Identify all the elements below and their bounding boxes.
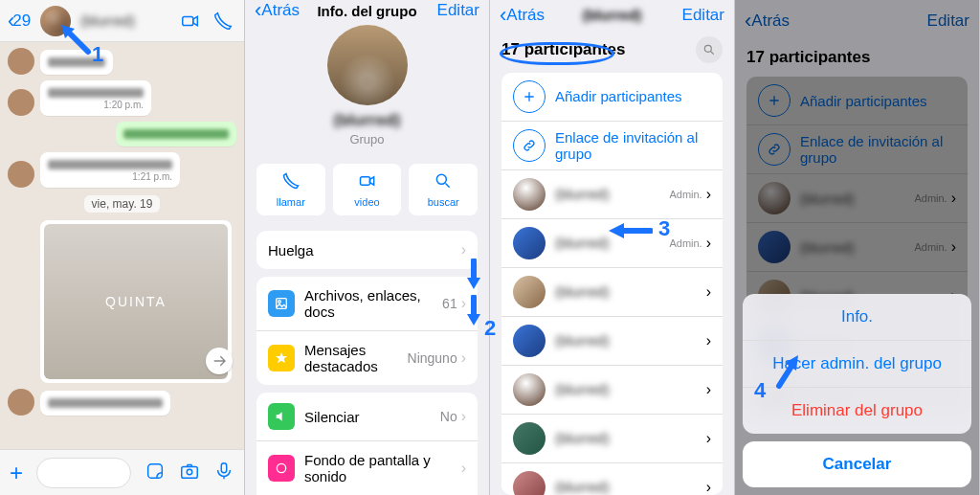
participants-count: 17 participantes (501, 40, 625, 59)
row-starred[interactable]: Mensajes destacados Ninguno › (256, 331, 478, 385)
message-bubble[interactable]: 1:20 p.m. (40, 80, 151, 116)
chevron-left-icon: ‹ (255, 0, 261, 21)
chevron-right-icon: › (706, 283, 711, 301)
message-bubble[interactable] (40, 50, 113, 75)
edit-button[interactable]: Editar (437, 1, 479, 20)
page-title: (blurred) (583, 7, 642, 23)
sender-avatar[interactable] (8, 48, 34, 75)
chevron-left-icon: ‹ (500, 5, 506, 26)
row-wallpaper[interactable]: Fondo de pantalla y sonido › (256, 441, 478, 495)
media-message[interactable]: QUINTA (40, 220, 232, 383)
participant-row[interactable]: (blurred)Admin.› (501, 219, 723, 268)
date-separator: vie, may. 19 (84, 195, 161, 213)
chat-topbar: ‹ 29 (blurred) (0, 0, 244, 42)
participant-row[interactable]: (blurred)› (501, 268, 723, 317)
speaker-icon (268, 403, 295, 430)
message-input[interactable] (36, 458, 131, 488)
video-call-button[interactable] (177, 8, 204, 34)
add-participants-row[interactable]: Añadir participantes (501, 73, 723, 122)
chevron-right-icon: › (461, 349, 466, 367)
group-name: (blurred) (245, 111, 489, 130)
plus-icon (513, 80, 546, 113)
participant-avatar (513, 276, 546, 308)
back-button[interactable]: ‹ Atrás (500, 5, 545, 26)
row-media[interactable]: Archivos, enlaces, docs 61 › (256, 277, 478, 331)
photos-icon (268, 290, 295, 317)
sheet-remove[interactable]: Eliminar del grupo (743, 388, 971, 434)
call-action[interactable]: llamar (256, 164, 325, 215)
participant-name: (blurred) (555, 430, 706, 446)
group-photo[interactable] (327, 25, 408, 105)
message-timestamp: 1:21 p.m. (48, 171, 172, 182)
voice-call-button[interactable] (210, 8, 236, 34)
participant-row[interactable]: (blurred)Admin.› (501, 170, 723, 219)
wallpaper-icon (268, 455, 295, 482)
panel-chat: ‹ 29 (blurred) 1: (0, 0, 245, 495)
group-subtitle: Grupo (245, 132, 489, 146)
chevron-right-icon: › (706, 430, 711, 447)
svg-rect-9 (277, 299, 287, 309)
star-icon (268, 345, 295, 371)
chevron-right-icon: › (706, 381, 711, 398)
message-bubble-out[interactable] (116, 122, 236, 146)
chat-body: 1:20 p.m. 1:21 p.m. vie, may. 19 QUINTA (0, 42, 244, 449)
participant-avatar (513, 422, 546, 455)
chevron-right-icon: › (706, 479, 711, 495)
back-button[interactable]: ‹ 29 (8, 11, 31, 32)
participant-row[interactable]: (blurred)› (501, 366, 723, 415)
svg-point-3 (187, 469, 192, 475)
invite-link-row[interactable]: Enlace de invitación al grupo (501, 122, 723, 170)
search-icon (702, 43, 716, 56)
forward-button[interactable] (206, 348, 233, 374)
action-sheet: Info. Hacer admin. del grupo Eliminar de… (743, 294, 971, 487)
link-icon (513, 129, 546, 162)
video-action[interactable]: video (333, 164, 402, 215)
svg-point-11 (277, 463, 285, 472)
participant-avatar (513, 373, 546, 406)
page-title: Info. del grupo (317, 3, 416, 19)
row-topic[interactable]: Huelga › (256, 231, 478, 269)
message-bubble[interactable] (40, 391, 170, 416)
unread-count: 29 (12, 11, 31, 31)
search-action[interactable]: buscar (409, 164, 478, 215)
participant-avatar (513, 227, 546, 259)
media-thumbnail: QUINTA (44, 224, 228, 379)
participant-avatar (513, 178, 546, 211)
participant-row[interactable]: (blurred)› (501, 463, 723, 495)
participant-avatar (513, 325, 546, 357)
sender-avatar[interactable] (8, 389, 34, 416)
svg-rect-7 (360, 177, 369, 185)
svg-point-18 (704, 45, 711, 52)
sticker-button[interactable] (145, 461, 166, 485)
sender-avatar[interactable] (8, 89, 34, 116)
attach-button[interactable]: + (10, 460, 23, 486)
admin-badge: Admin. (669, 237, 702, 249)
edit-button[interactable]: Editar (682, 6, 724, 25)
mic-button[interactable] (213, 461, 234, 485)
message-bubble[interactable]: 1:21 p.m. (40, 152, 180, 188)
chat-title[interactable]: (blurred) (77, 12, 171, 29)
participant-name: (blurred) (555, 332, 706, 349)
chevron-right-icon: › (461, 295, 466, 312)
group-avatar[interactable] (40, 6, 71, 36)
search-label: buscar (428, 196, 459, 208)
svg-rect-0 (183, 16, 193, 25)
participant-name: (blurred) (555, 479, 706, 495)
svg-rect-1 (148, 463, 163, 478)
back-button[interactable]: ‹ Atrás (255, 0, 300, 21)
sheet-cancel[interactable]: Cancelar (743, 441, 971, 487)
participant-row[interactable]: (blurred)› (501, 317, 723, 366)
call-label: llamar (277, 196, 305, 208)
sender-avatar[interactable] (8, 161, 34, 188)
group-hero: (blurred) Grupo (245, 21, 489, 156)
participants-topbar: ‹ Atrás (blurred) Editar (490, 0, 734, 31)
panel-action-sheet: ‹ Atrás Editar 17 participantes Añadir p… (735, 0, 980, 495)
admin-badge: Admin. (669, 189, 702, 200)
camera-button[interactable] (179, 461, 200, 485)
sheet-make-admin[interactable]: Hacer admin. del grupo (743, 341, 971, 388)
sheet-info[interactable]: Info. (743, 294, 971, 341)
row-mute[interactable]: Silenciar No › (256, 393, 478, 441)
participant-name: (blurred) (555, 186, 669, 202)
participant-row[interactable]: (blurred)› (501, 415, 723, 463)
search-button[interactable] (696, 36, 723, 63)
